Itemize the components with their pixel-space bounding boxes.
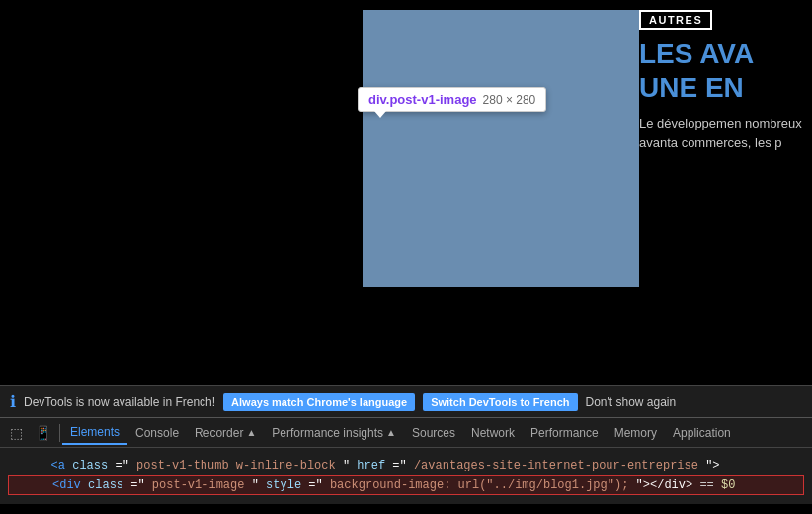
code-val-style: background-image: url("../img/blog1.jpg"…: [330, 478, 628, 492]
code-attr-class2: class: [88, 478, 123, 492]
page-body: Le développemen nombreux avanta commerce…: [639, 114, 812, 152]
code-space: ==: [699, 478, 721, 492]
code-val-class: post-v1-thumb w-inline-block: [136, 459, 336, 472]
code-val-href: /avantages-site-internet-pour-entreprise: [414, 459, 698, 472]
tab-network[interactable]: Network: [463, 422, 523, 444]
recorder-warn-icon: ▲: [246, 427, 256, 438]
tab-console-label: Console: [135, 426, 179, 440]
code-eq4: ">: [705, 459, 719, 472]
tab-performance-label: Performance: [530, 426, 599, 440]
devtools-notification-bar: ℹ DevTools is now available in French! A…: [0, 386, 812, 417]
webpage-preview: div.post-v1-image 280 × 280 AUTRES LES A…: [0, 0, 812, 386]
info-icon: ℹ: [10, 392, 16, 411]
tooltip-class-name: div.post-v1-image: [368, 92, 477, 107]
cursor-icon[interactable]: ⬚: [4, 421, 29, 445]
code-line-1: <a class =" post-v1-thumb w-inline-block…: [0, 457, 812, 474]
tab-recorder[interactable]: Recorder ▲: [187, 422, 264, 444]
tab-divider: [59, 424, 60, 442]
autres-badge: AUTRES: [639, 10, 712, 30]
code-attr-style: style: [266, 478, 301, 492]
tab-application[interactable]: Application: [665, 422, 739, 444]
tab-performance-insights-label: Performance insights: [272, 426, 383, 440]
code-eq7: =": [308, 478, 322, 492]
switch-language-button[interactable]: Switch DevTools to French: [423, 393, 577, 411]
device-icon[interactable]: 📱: [29, 421, 57, 445]
performance-warn-icon: ▲: [386, 427, 396, 438]
right-content-area: AUTRES LES AVA UNE EN Le développemen no…: [639, 10, 812, 152]
code-eq3: =": [392, 459, 406, 472]
code-attr-href: href: [357, 459, 385, 472]
code-line-2-highlight: <div class =" post-v1-image " style =" b…: [8, 475, 804, 495]
tooltip-dimensions: 280 × 280: [483, 93, 536, 107]
tab-elements[interactable]: Elements: [62, 421, 127, 445]
element-tooltip: div.post-v1-image 280 × 280: [358, 87, 546, 112]
page-heading: LES AVA UNE EN: [639, 38, 812, 104]
devtools-code-area: <a class =" post-v1-thumb w-inline-block…: [0, 447, 812, 504]
tab-sources[interactable]: Sources: [404, 422, 463, 444]
tab-memory-label: Memory: [614, 426, 657, 440]
tab-application-label: Application: [673, 426, 731, 440]
code-eq6: ": [252, 478, 266, 492]
tab-performance-insights[interactable]: Performance insights ▲: [264, 422, 404, 444]
tab-performance[interactable]: Performance: [523, 422, 607, 444]
tab-network-label: Network: [471, 426, 515, 440]
dont-show-link[interactable]: Don't show again: [586, 395, 677, 409]
code-dollar: $0: [721, 478, 735, 492]
code-indent: [30, 459, 43, 472]
tab-sources-label: Sources: [412, 426, 455, 440]
devtools-tabs-bar: ⬚ 📱 Elements Console Recorder ▲ Performa…: [0, 417, 812, 447]
tab-memory[interactable]: Memory: [607, 422, 665, 444]
code-eq5: =": [130, 478, 144, 492]
code-tag-div-open: <div: [52, 478, 88, 492]
code-tag-a-open: <a: [51, 459, 73, 472]
code-val-class2: post-v1-image: [152, 478, 245, 492]
post-image-placeholder: [363, 10, 639, 287]
code-eq1: =": [115, 459, 128, 472]
code-indent2: [17, 478, 45, 492]
code-attr-class: class: [72, 459, 108, 472]
code-eq8: "></div>: [636, 478, 693, 492]
tab-recorder-label: Recorder: [195, 426, 243, 440]
notification-text: DevTools is now available in French!: [24, 395, 215, 409]
tab-elements-label: Elements: [70, 425, 120, 439]
code-eq2: ": [343, 459, 357, 472]
tab-console[interactable]: Console: [127, 422, 187, 444]
match-language-button[interactable]: Always match Chrome's language: [223, 393, 415, 411]
